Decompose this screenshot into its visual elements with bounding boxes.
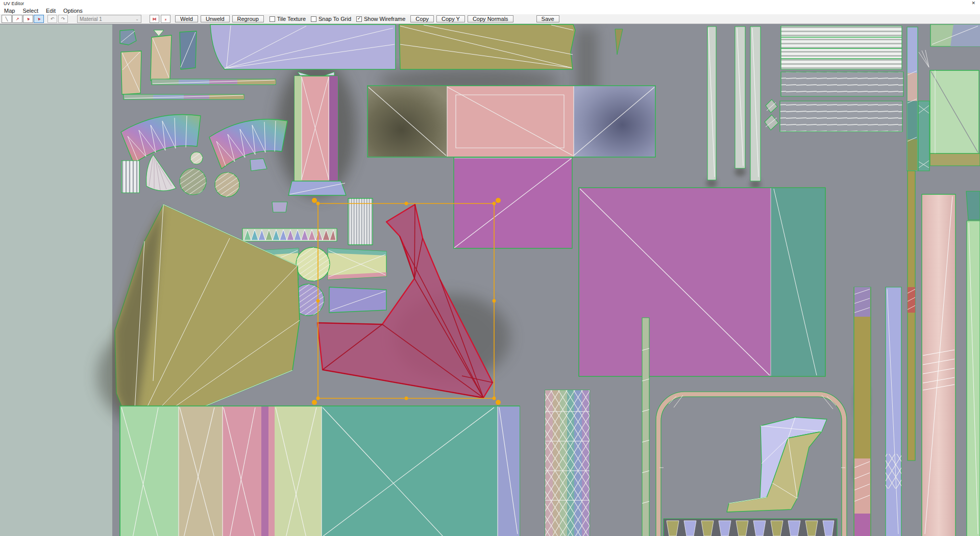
uv-island-magenta-rect[interactable] xyxy=(454,158,572,248)
uv-island-olive-slab[interactable] xyxy=(399,24,575,69)
copy-y-button[interactable]: Copy Y xyxy=(436,15,465,22)
undo-button[interactable]: ↶ xyxy=(47,15,57,23)
select-arrow-tool-button[interactable]: ➤ xyxy=(23,15,33,23)
close-icon[interactable]: ✕ xyxy=(971,1,975,6)
uv-island-thin-strip-2[interactable] xyxy=(124,94,244,99)
uv-island-rainbow-column[interactable] xyxy=(545,390,590,536)
line-tool-button[interactable]: ╲ xyxy=(2,15,12,23)
uv-island-orchid-square[interactable] xyxy=(579,188,825,376)
uv-island-circle-small[interactable] xyxy=(190,152,203,164)
uv-island-circle-olive[interactable] xyxy=(180,168,206,195)
tile-texture-label: Tile Texture xyxy=(277,16,306,22)
menu-edit[interactable]: Edit xyxy=(46,8,56,14)
checkbox-icon: ✓ xyxy=(356,16,362,22)
uv-island-pink-strip[interactable] xyxy=(922,194,955,536)
menu-options[interactable]: Options xyxy=(63,8,83,14)
material-dropdown[interactable]: Material 1 ⌄ xyxy=(77,15,141,23)
mirror-vertical-button[interactable]: ₂ xyxy=(161,15,170,23)
snap-to-grid-checkbox[interactable]: ✓ Snap To Grid xyxy=(311,16,351,22)
weld-button[interactable]: Weld xyxy=(175,15,198,22)
uv-island-olive-strip[interactable] xyxy=(854,287,871,536)
menu-bar: Map Select Edit Options xyxy=(0,7,980,14)
show-wireframe-label: Show Wireframe xyxy=(364,16,405,22)
uv-island-olive-thin-strip[interactable] xyxy=(908,171,915,461)
uv-island-tan-rect-2[interactable] xyxy=(151,30,172,81)
mirror-vertical-icon: ₂ xyxy=(165,17,167,21)
uv-island-green-edge-strip[interactable] xyxy=(967,221,980,536)
uv-island-lavender-panel[interactable] xyxy=(210,24,396,69)
unweld-button[interactable]: Unweld xyxy=(201,15,230,22)
copy-normals-button[interactable]: Copy Normals xyxy=(468,15,513,22)
line-tool-icon: ╲ xyxy=(6,17,8,21)
mirror-horizontal-icon: ⋈ xyxy=(153,17,157,21)
vertex-move-icon: ↗ xyxy=(16,17,19,21)
uv-island-tall-pink-rect[interactable] xyxy=(288,72,346,195)
select-arrow-tool-button-active[interactable]: ➤ xyxy=(34,15,44,23)
vertex-move-tool-button[interactable]: ↗ xyxy=(12,15,22,23)
chevron-down-icon: ⌄ xyxy=(135,17,139,21)
material-value: Material 1 xyxy=(80,16,102,22)
uv-island-teeth-band[interactable] xyxy=(664,519,837,536)
mirror-horizontal-button[interactable]: ⋈ xyxy=(150,15,159,23)
redo-icon: ↷ xyxy=(61,16,65,21)
undo-icon: ↶ xyxy=(51,16,55,21)
uv-island-tan-rect-1[interactable] xyxy=(121,51,141,94)
uv-island-striped-square[interactable] xyxy=(121,161,139,193)
uv-island-stripe-stack[interactable] xyxy=(780,26,903,132)
copy-button[interactable]: Copy xyxy=(410,15,434,22)
checkbox-icon: ✓ xyxy=(270,16,275,22)
uv-island-striped-block[interactable] xyxy=(348,198,373,245)
uv-island-pale-green-square[interactable] xyxy=(930,70,979,154)
snap-to-grid-label: Snap To Grid xyxy=(318,16,351,22)
menu-map[interactable]: Map xyxy=(4,8,15,14)
uv-island-frame-band[interactable] xyxy=(930,24,980,46)
menu-select[interactable]: Select xyxy=(22,8,38,14)
uv-island-steel-rect[interactable] xyxy=(180,31,197,69)
checkbox-icon: ✓ xyxy=(311,16,316,22)
show-wireframe-checkbox[interactable]: ✓ Show Wireframe xyxy=(356,16,405,22)
uv-island-olive-band[interactable] xyxy=(930,154,980,166)
uv-island-small-quad-2[interactable] xyxy=(272,202,287,212)
uv-island-thin-strip-1[interactable] xyxy=(152,79,276,85)
workspace-side-panel xyxy=(0,24,112,536)
redo-button[interactable]: ↷ xyxy=(58,15,68,23)
title-bar: UV Editor ✕ xyxy=(0,0,980,7)
uv-island-trapezoid-tr[interactable] xyxy=(328,248,386,279)
uv-island-teal-wedge[interactable] xyxy=(966,191,980,220)
uv-island-zigzag-strip[interactable] xyxy=(242,228,337,241)
uv-canvas-svg[interactable] xyxy=(0,24,980,536)
regroup-button[interactable]: Regroup xyxy=(232,15,264,22)
uv-island-circle-tan[interactable] xyxy=(215,172,239,197)
save-button[interactable]: Save xyxy=(536,15,559,22)
uv-island-thin-vertical-strip[interactable] xyxy=(642,318,649,536)
select-arrow-icon: ➤ xyxy=(25,16,31,22)
uv-island-wide-panel[interactable] xyxy=(368,86,655,157)
tile-texture-checkbox[interactable]: ✓ Tile Texture xyxy=(270,16,306,22)
uv-island-trapezoid-br[interactable] xyxy=(329,287,386,313)
uv-island-lavender-strip[interactable] xyxy=(886,287,901,536)
select-arrow-active-icon: ➤ xyxy=(36,16,41,22)
toolbar: ╲ ↗ ➤ ➤ ↶ ↷ Material 1 ⌄ ⋈ ₂ Weld Unweld… xyxy=(0,14,980,24)
window-title: UV Editor xyxy=(0,1,24,6)
uv-canvas[interactable] xyxy=(0,24,980,536)
uv-island-bottom-block[interactable] xyxy=(120,406,520,536)
uv-island-hatched-circle-top[interactable] xyxy=(296,247,330,281)
